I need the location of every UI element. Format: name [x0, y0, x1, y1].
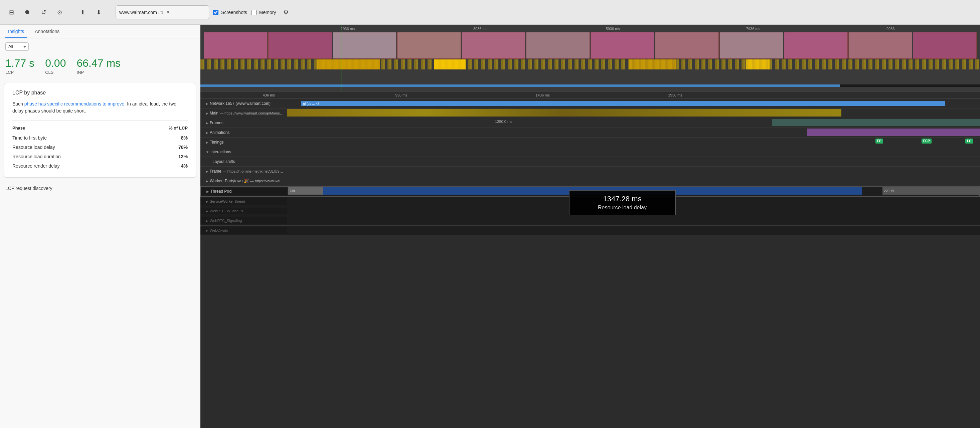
track-timings: ▶ Timings FP FCP LC [200, 138, 980, 147]
track-webrtc-sig: ▶ WebRTC_Signaling [200, 216, 980, 226]
arrow-frames[interactable]: ▶ [206, 121, 208, 125]
tab-annotations[interactable]: Annotations [32, 25, 62, 38]
track-content-webrtc-sig [287, 216, 980, 225]
arrow-thread-pool[interactable]: ▶ [207, 190, 209, 193]
arrow-worker[interactable]: ▶ [206, 179, 208, 183]
clear-icon[interactable]: ⊘ [53, 6, 65, 18]
arrow-webcrypto[interactable]: ▶ [206, 229, 208, 232]
track-label-layout[interactable]: Layout shifts [200, 158, 287, 165]
interactions-track-name: Interactions [210, 149, 231, 154]
desc-link[interactable]: phase has specific recommendations to im… [24, 101, 126, 106]
track-content-network: gl (cs ... k2- [287, 99, 980, 108]
arrow-webrtc-wan[interactable]: ▶ [206, 209, 208, 213]
download-icon[interactable]: ⬇ [92, 6, 105, 18]
timeline-header[interactable]: 1936 ms 3936 ms 5936 ms 7936 ms 9936 [200, 25, 980, 92]
url-dropdown-arrow[interactable]: ▼ [166, 10, 170, 15]
toolbar-divider-1 [71, 7, 71, 17]
track-content-frame [287, 166, 980, 176]
frames-ms-label: 1250.0 ms [495, 119, 512, 124]
memory-group: Memory [251, 10, 276, 15]
resource-load-tooltip: 1347.28 ms Resource load delay [569, 190, 676, 216]
track-label-timings[interactable]: ▶ Timings [200, 139, 287, 146]
fp-badge: FP [875, 139, 883, 144]
track-content-timings: FP FCP LC [287, 138, 980, 147]
tab-insights[interactable]: Insights [5, 25, 27, 38]
track-label-webrtc-sig[interactable]: ▶ WebRTC_Signaling [200, 217, 287, 224]
upload-icon[interactable]: ⬆ [76, 6, 89, 18]
track-frame: ▶ Frame — https://h.online-metrix.net/3L… [200, 166, 980, 176]
time-marker-5: 9936 [886, 27, 894, 31]
lcp-label: LCP [5, 70, 34, 75]
track-label-main[interactable]: ▶ Main — https://www.walmart.com/ip/Main… [200, 109, 287, 117]
track-label-webrtc-wan[interactable]: ▶ WebRTC_W_and_N [200, 208, 287, 214]
timeline-tracks[interactable]: ▶ Network 1657 (www.walmart.com) gl (cs … [200, 99, 980, 428]
inp-label: INP [76, 70, 121, 75]
screenshots-group: Screenshots [213, 10, 247, 15]
lcp-card: LCP by phase Each phase has specific rec… [4, 83, 196, 178]
track-label-network[interactable]: ▶ Network 1657 (www.walmart.com) [200, 100, 287, 107]
time-marker-2: 3936 ms [473, 27, 487, 31]
track-label-animations[interactable]: ▶ Animations [200, 129, 287, 136]
arrow-timings[interactable]: ▶ [206, 141, 208, 144]
screenshots-label: Screenshots [221, 10, 247, 15]
arrow-network[interactable]: ▶ [206, 102, 208, 106]
phase-table-header: Phase % of LCP [12, 125, 188, 130]
arrow-serviceworker[interactable]: ▶ [206, 200, 208, 203]
phase-name-ttfb: Time to first byte [12, 135, 181, 141]
reload-icon[interactable]: ↺ [37, 6, 49, 18]
track-content-frames: 1250.0 ms [287, 118, 980, 128]
cls-value: 0.00 [45, 57, 66, 69]
animations-track-name: Animations [210, 130, 229, 135]
track-content-main [287, 108, 980, 118]
filter-select[interactable]: All LCP CLS INP [5, 43, 29, 51]
track-label-worker[interactable]: ▶ Worker: Partytown 🎉 — https://www.walm… [200, 177, 287, 185]
arrow-frame[interactable]: ▶ [206, 170, 208, 173]
track-label-frame[interactable]: ▶ Frame — https://h.online-metrix.net/3L… [200, 168, 287, 175]
track-label-frames[interactable]: ▶ Frames [200, 119, 287, 127]
thread-section: ▶ Thread Pool 138... 220.79 ... 1347.28 … [200, 186, 980, 235]
network-bar: gl (cs ... k2- [301, 101, 945, 106]
desc-static: Each [12, 101, 24, 106]
webrtc-sig-name: WebRTC_Signaling [210, 219, 242, 223]
metric-cls: 0.00 CLS [45, 57, 66, 75]
arrow-main[interactable]: ▶ [206, 111, 208, 115]
time-marker-4: 7936 ms [746, 27, 760, 31]
main-layout: Insights Annotations All LCP CLS INP 1.7… [0, 25, 980, 428]
playhead-line [341, 25, 341, 91]
phase-name-rldur: Resource load duration [12, 154, 178, 159]
main-track-name: Main [210, 111, 218, 116]
arrow-interactions[interactable]: ▼ [206, 150, 209, 154]
arrow-animations[interactable]: ▶ [206, 131, 208, 135]
phase-table: Phase % of LCP Time to first byte 8% Res… [12, 125, 188, 171]
toolbar-divider-2 [110, 7, 110, 17]
phase-row-ttfb: Time to first byte 8% [12, 133, 188, 143]
cls-label: CLS [45, 70, 66, 75]
right-panel: 1936 ms 3936 ms 5936 ms 7936 ms 9936 [200, 25, 980, 428]
settings-icon[interactable]: ⚙ [280, 6, 292, 18]
phase-val-rld: 76% [178, 144, 188, 150]
metrics-row: 1.77 s LCP 0.00 CLS 66.47 ms INP [0, 55, 200, 80]
phase-row-rld: Resource load delay 76% [12, 143, 188, 152]
sub-marker-1: 436 ms [263, 93, 275, 97]
time-marker-1: 1936 ms [341, 27, 355, 31]
sidebar-toggle-icon[interactable]: ⊟ [5, 6, 18, 18]
memory-checkbox[interactable] [251, 10, 256, 15]
track-network: ▶ Network 1657 (www.walmart.com) gl (cs … [200, 99, 980, 108]
track-label-serviceworker[interactable]: ▶ ServiceWorker thread [200, 198, 287, 204]
layout-track-name: Layout shifts [212, 159, 235, 164]
track-label-interactions[interactable]: ▼ Interactions [200, 148, 287, 155]
track-label-webcrypto[interactable]: ▶ WebCrypto [200, 227, 287, 234]
tooltip-label: Resource load delay [576, 204, 668, 211]
screenshots-checkbox[interactable] [213, 10, 218, 15]
track-content-layout [287, 157, 980, 166]
url-bar[interactable]: www.walmart.com #1 ▼ [116, 5, 209, 19]
record-icon[interactable]: ⏺ [21, 6, 33, 18]
fcp-badge: FCP [921, 139, 932, 144]
thread-pool-name: Thread Pool [210, 189, 232, 193]
phase-name-rld: Resource load delay [12, 144, 178, 150]
inp-value: 66.47 ms [76, 57, 121, 69]
track-label-thread-pool[interactable]: ▶ Thread Pool [201, 188, 288, 195]
left-panel: Insights Annotations All LCP CLS INP 1.7… [0, 25, 200, 428]
thread-right-val: 220.79 ... [883, 187, 979, 195]
arrow-webrtc-sig[interactable]: ▶ [206, 219, 208, 223]
